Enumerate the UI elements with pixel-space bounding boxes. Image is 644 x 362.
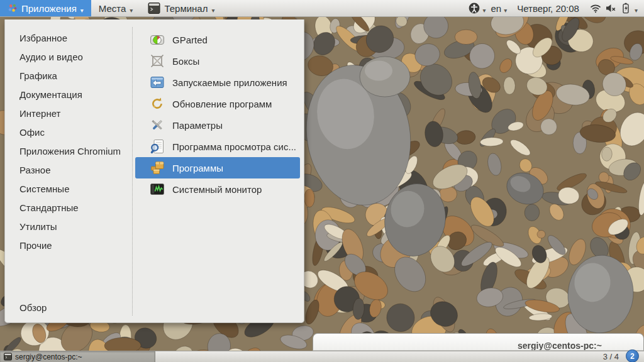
app-item-boxes[interactable]: Боксы (135, 50, 300, 72)
accessibility-menu[interactable] (468, 2, 486, 14)
boxes-icon (150, 53, 165, 69)
system-status-menu[interactable] (589, 2, 638, 14)
category-other[interactable]: Прочие (5, 236, 132, 255)
startup-apps-icon (150, 75, 165, 90)
category-graphics[interactable]: Графика (5, 67, 132, 85)
category-internet[interactable]: Интернет (5, 104, 132, 123)
app-menu-label: Терминал (164, 3, 208, 14)
keyboard-layout-menu[interactable]: en (491, 3, 508, 14)
applications-menu-label: Приложения (21, 3, 77, 14)
app-item-label: GParted (172, 35, 208, 45)
app-item-label: Системный монитор (172, 184, 262, 195)
app-item-software[interactable]: Программы (135, 157, 300, 178)
window-title: sergiy@centos-pc:~ (518, 341, 602, 351)
app-item-log-viewer[interactable]: Программа просмотра сис... (135, 136, 300, 157)
desktop: Приложения Места Терминал en (0, 0, 644, 362)
places-menu-label: Места (99, 3, 126, 14)
category-utilities[interactable]: Утилиты (5, 217, 132, 236)
wifi-icon (589, 2, 602, 14)
app-item-startup-applications[interactable]: Запускаемые приложения (135, 72, 300, 93)
app-item-settings[interactable]: Параметры (135, 114, 300, 136)
chevron-down-icon (635, 3, 638, 14)
terminal-icon (4, 353, 12, 361)
chevron-down-icon (80, 3, 84, 14)
chevron-down-icon (504, 3, 507, 14)
category-office[interactable]: Офис (5, 123, 132, 142)
top-panel: Приложения Места Терминал en (0, 0, 644, 17)
app-item-label: Параметры (172, 120, 223, 131)
battery-charging-icon (619, 2, 632, 14)
app-item-label: Обновление программ (172, 99, 272, 109)
category-system[interactable]: Системные (5, 180, 132, 199)
volume-muted-icon (604, 2, 617, 14)
taskbar-window-button[interactable]: sergiy@centos-pc:~ (0, 351, 155, 362)
places-menu-button[interactable]: Места (91, 0, 141, 16)
application-list: GParted Боксы Запускаемые приложения Обн… (135, 29, 300, 200)
log-viewer-icon (150, 139, 165, 154)
category-misc[interactable]: Разное (5, 161, 132, 180)
terminal-window[interactable]: sergiy@centos-pc:~ (313, 333, 644, 351)
app-item-system-monitor[interactable]: Системный монитор (135, 178, 300, 200)
taskbar-window-label: sergiy@centos-pc:~ (15, 353, 82, 361)
category-audio-video[interactable]: Аудио и видео (5, 48, 132, 67)
app-item-gparted[interactable]: GParted (135, 29, 300, 50)
category-documentation[interactable]: Документация (5, 85, 132, 104)
overview-item[interactable]: Обзор (5, 299, 132, 317)
app-item-label: Программа просмотра сис... (172, 141, 296, 152)
category-chromium-apps[interactable]: Приложения Chromium (5, 142, 132, 161)
software-update-icon (150, 96, 165, 111)
chevron-down-icon (130, 3, 133, 14)
workspace-indicator[interactable]: 3 / 4 (603, 352, 619, 361)
accessibility-icon (468, 2, 480, 14)
app-menu-button[interactable]: Терминал (140, 0, 222, 16)
applications-menu-button[interactable]: Приложения (0, 0, 91, 16)
window-list-taskbar: sergiy@centos-pc:~ 3 / 4 2 (0, 351, 644, 362)
keyboard-layout-label: en (491, 3, 502, 14)
app-item-software-update[interactable]: Обновление программ (135, 93, 300, 114)
system-monitor-icon (150, 182, 165, 197)
applications-menu-popup: Избранное Аудио и видео Графика Документ… (4, 19, 304, 323)
gparted-icon (150, 32, 165, 47)
notification-badge[interactable]: 2 (626, 349, 639, 362)
chevron-down-icon (211, 3, 214, 14)
category-list: Избранное Аудио и видео Графика Документ… (5, 29, 132, 255)
clock[interactable]: Четверг, 20:08 (512, 3, 584, 14)
settings-icon (150, 118, 165, 133)
applications-grid-icon (8, 3, 18, 13)
software-packages-icon (150, 160, 165, 175)
status-tray: en Четверг, 20:08 (468, 0, 644, 16)
app-item-label: Программы (172, 163, 223, 173)
app-item-label: Боксы (172, 56, 199, 67)
menu-divider (132, 27, 133, 315)
terminal-icon (148, 2, 160, 14)
chevron-down-icon (483, 3, 486, 14)
category-accessories[interactable]: Стандартные (5, 199, 132, 217)
app-item-label: Запускаемые приложения (172, 77, 287, 88)
category-favorites[interactable]: Избранное (5, 29, 132, 48)
